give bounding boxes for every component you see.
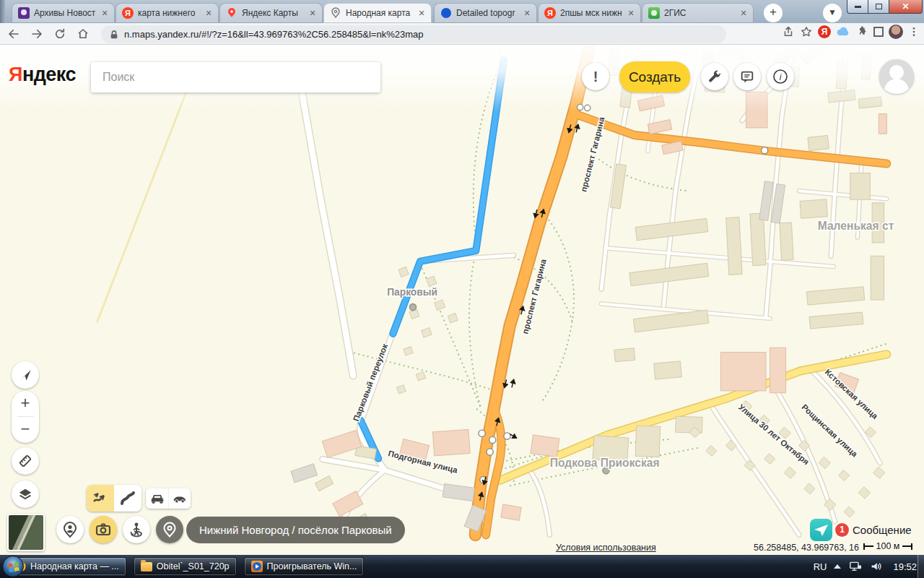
tab-2gis[interactable]: 2ГИС ✕	[642, 3, 754, 23]
taskbar-app-chrome[interactable]: Народная карта — ...	[7, 557, 126, 576]
map-canvas[interactable]: Парковый проспект Гагарина проспект Гага…	[0, 45, 924, 555]
sidebar-extension-icon[interactable]	[873, 27, 884, 37]
car-side-button[interactable]	[168, 488, 191, 509]
window-minimize-button[interactable]	[847, 0, 868, 14]
car-mode-group	[146, 488, 191, 509]
tab-close-icon[interactable]: ✕	[738, 7, 749, 19]
map-label-podkova: Подкова Приокская	[550, 457, 660, 469]
forward-button[interactable]	[27, 25, 46, 43]
zoom-in-button[interactable]: +	[12, 391, 39, 416]
show-desktop-button[interactable]	[918, 555, 924, 578]
tab-narodnaya-karta[interactable]: Народная карта ✕	[323, 3, 432, 23]
extensions-puzzle-icon[interactable]	[855, 25, 868, 38]
cloud-icon[interactable]	[836, 27, 850, 37]
start-button[interactable]	[2, 556, 24, 577]
car-front-button[interactable]	[146, 488, 168, 509]
tab-label: Яндекс Карты	[242, 8, 304, 18]
car-side-icon	[173, 493, 187, 504]
tab-label: 2пшы мск нижн	[560, 8, 622, 18]
create-button[interactable]: Создать	[619, 61, 690, 92]
panorama-author-button[interactable]	[56, 516, 84, 543]
taskbar-app-wmp[interactable]: Проигрыватель Win...	[244, 557, 365, 576]
system-tray: RU 19:52	[814, 555, 917, 578]
terms-link[interactable]: Условия использования	[556, 543, 656, 553]
maximize-icon	[876, 4, 882, 9]
window-controls: ✕	[847, 0, 923, 14]
tab-detailed-topo[interactable]: Detailed topogr ✕	[434, 3, 537, 23]
profile-avatar[interactable]	[879, 59, 914, 94]
tab-close-icon[interactable]: ✕	[416, 7, 427, 19]
bookmark-star-icon[interactable]	[800, 25, 813, 38]
clock[interactable]: 19:52	[893, 561, 917, 572]
scale-tick-right	[911, 543, 912, 550]
taskbar-app-folder[interactable]: Obitel`_S01_720p	[134, 557, 237, 576]
share-icon[interactable]	[782, 25, 795, 38]
draw-mode-group	[87, 485, 141, 512]
map-label-malenkaya: Маленькая ст	[818, 220, 894, 232]
back-icon	[7, 27, 20, 40]
camera-icon	[95, 521, 112, 538]
yandex-logo[interactable]: Яндекс	[9, 64, 76, 86]
address-bar[interactable]: n.maps.yandex.ru/#!/?z=16&ll=43.969763%2…	[101, 25, 726, 43]
network-icon[interactable]	[848, 561, 863, 572]
info-button[interactable]: i	[767, 63, 794, 90]
street-panorama-button[interactable]	[123, 516, 150, 543]
tab-close-icon[interactable]: ✕	[521, 7, 533, 19]
settings-button[interactable]	[701, 63, 728, 90]
tab-label: карта нижнего	[138, 8, 200, 18]
tab-2pshy[interactable]: Я 2пшы мск нижн ✕	[538, 3, 641, 23]
route-sketch-button[interactable]	[87, 485, 114, 512]
tab-arhivy[interactable]: Архивы Новост ✕	[12, 3, 115, 23]
photo-button[interactable]	[90, 516, 117, 543]
url-text: n.maps.yandex.ru/#!/?z=16&ll=43.969763%2…	[124, 29, 424, 40]
locate-button[interactable]	[12, 361, 39, 389]
ruler-icon	[17, 453, 33, 469]
language-indicator[interactable]: RU	[814, 561, 827, 572]
scale-line-left	[865, 545, 873, 547]
window-maximize-button[interactable]	[868, 0, 889, 14]
browser-tab-strip: Архивы Новост ✕ Я карта нижнего ✕ Яндекс…	[0, 0, 924, 23]
map-pin-red-icon	[226, 7, 237, 19]
tab-close-icon[interactable]: ✕	[203, 7, 214, 19]
refresh-button[interactable]	[51, 25, 69, 43]
menu-kebab-icon[interactable]	[908, 26, 920, 38]
tab-close-icon[interactable]: ✕	[307, 7, 318, 19]
alert-button[interactable]: !	[582, 63, 609, 90]
pin-icon	[161, 521, 178, 538]
map-label-parkovyi: Парковый	[387, 287, 437, 298]
zoom-out-button[interactable]: −	[12, 417, 39, 442]
paper-plane-icon	[810, 519, 832, 541]
satellite-layer-thumbnail[interactable]	[7, 514, 45, 551]
purple-app-icon	[18, 7, 30, 19]
minimize-icon	[855, 6, 861, 8]
volume-icon[interactable]	[870, 561, 883, 572]
new-tab-button[interactable]: +	[764, 4, 783, 22]
layers-icon	[17, 486, 33, 502]
wrench-icon	[707, 69, 723, 85]
tray-expand-icon[interactable]	[834, 564, 841, 569]
tab-search-button[interactable]: ▼	[823, 4, 842, 22]
ruler-button[interactable]	[12, 447, 39, 475]
feedback-button[interactable]	[733, 63, 761, 90]
browser-profile-avatar[interactable]	[889, 25, 903, 39]
layers-button[interactable]	[12, 480, 39, 508]
message-widget[interactable]: 1 Сообщение	[810, 519, 912, 541]
back-button[interactable]	[4, 25, 23, 43]
tab-karta-nizhnego[interactable]: Я карта нижнего ✕	[116, 3, 219, 23]
svg-text:i: i	[780, 72, 782, 82]
yandex-extension-icon[interactable]: Я	[818, 25, 831, 38]
map-label-pereulok: Парковый переулок	[352, 342, 389, 423]
home-button[interactable]	[74, 25, 92, 43]
tab-close-icon[interactable]: ✕	[99, 7, 110, 19]
yandex-icon: Я	[122, 7, 134, 19]
tab-close-icon[interactable]: ✕	[625, 7, 637, 19]
curve-icon	[119, 490, 136, 507]
search-input[interactable]	[91, 62, 380, 92]
place-pin-button[interactable]	[156, 516, 183, 543]
curve-draw-button[interactable]	[114, 485, 141, 512]
window-close-button[interactable]: ✕	[889, 0, 923, 14]
tab-yandex-maps[interactable]: Яндекс Карты ✕	[219, 3, 323, 23]
scale-line-right	[902, 545, 911, 547]
folder-icon	[141, 562, 152, 571]
scale-bar: 100 м	[863, 541, 912, 551]
